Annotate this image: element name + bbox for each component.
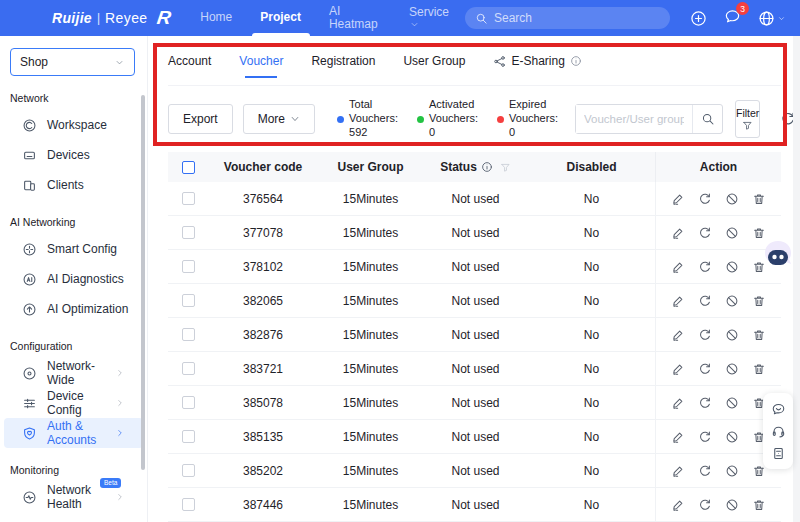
trash-icon[interactable]: [752, 498, 766, 512]
tab-voucher[interactable]: Voucher: [239, 54, 283, 77]
refresh-icon[interactable]: [698, 362, 712, 376]
column-header-voucher-code[interactable]: Voucher code: [208, 152, 318, 182]
edit-icon[interactable]: [671, 362, 685, 376]
add-project-icon[interactable]: [690, 10, 707, 27]
ban-icon[interactable]: [725, 498, 739, 512]
info-icon[interactable]: [481, 161, 493, 173]
voucher-search-input[interactable]: [576, 105, 692, 133]
refresh-icon[interactable]: [698, 430, 712, 444]
ban-icon[interactable]: [725, 328, 739, 342]
row-checkbox[interactable]: [182, 362, 195, 375]
sidebar-item-clients[interactable]: Clients: [4, 170, 143, 200]
sidebar-item-ai-optimization[interactable]: AI Optimization: [4, 294, 143, 324]
tab-user-group[interactable]: User Group: [403, 54, 465, 77]
ban-icon[interactable]: [725, 430, 739, 444]
org-selector[interactable]: Shop: [10, 48, 135, 76]
sidebar-item-label: Clients: [47, 178, 84, 192]
refresh-icon[interactable]: [698, 294, 712, 308]
nav-search[interactable]: [465, 7, 670, 29]
select-all-checkbox[interactable]: [182, 161, 195, 174]
edit-icon[interactable]: [671, 396, 685, 410]
edit-icon[interactable]: [671, 294, 685, 308]
sidebar-item-smart-config[interactable]: Smart Config: [4, 234, 143, 264]
ban-icon[interactable]: [725, 464, 739, 478]
filter-button[interactable]: Filter: [735, 100, 760, 138]
refresh-icon[interactable]: [698, 498, 712, 512]
sidebar-item-device-config[interactable]: Device Config: [4, 388, 143, 418]
sidebar-scrollbar-thumb[interactable]: [141, 95, 145, 470]
ban-icon[interactable]: [725, 260, 739, 274]
row-checkbox[interactable]: [182, 192, 195, 205]
sidebar-item-devices[interactable]: Devices: [4, 140, 143, 170]
row-checkbox[interactable]: [182, 464, 195, 477]
refresh-icon[interactable]: [698, 260, 712, 274]
trash-icon[interactable]: [752, 328, 766, 342]
feedback-smiley-icon[interactable]: [771, 402, 786, 417]
ban-icon[interactable]: [725, 362, 739, 376]
edit-icon[interactable]: [671, 328, 685, 342]
messages-button[interactable]: 3: [724, 8, 741, 28]
sidebar-item-workspace[interactable]: Workspace: [4, 110, 143, 140]
user-group-cell: 15Minutes: [318, 318, 423, 351]
page-scrollbar-track[interactable]: [793, 36, 800, 522]
trash-icon[interactable]: [752, 362, 766, 376]
ban-icon[interactable]: [725, 294, 739, 308]
sidebar-item-auth-accounts[interactable]: Auth & Accounts: [4, 418, 143, 448]
tab-registration[interactable]: Registration: [311, 54, 375, 77]
brand-logo[interactable]: Ruijie | Reyee R: [52, 7, 170, 29]
edit-icon[interactable]: [671, 498, 685, 512]
export-button[interactable]: Export: [168, 104, 233, 134]
row-checkbox[interactable]: [182, 226, 195, 239]
ban-icon[interactable]: [725, 226, 739, 240]
sidebar-item-network-wide[interactable]: Network-Wide: [4, 358, 143, 388]
column-header-user-group[interactable]: User Group: [318, 152, 423, 182]
nav-actions: 3: [690, 8, 786, 28]
info-icon[interactable]: [570, 55, 582, 67]
sidebar-item-network-health[interactable]: Network HealthBeta: [4, 482, 143, 512]
refresh-icon[interactable]: [698, 396, 712, 410]
edit-icon[interactable]: [671, 226, 685, 240]
column-header-disabled[interactable]: Disabled: [528, 152, 655, 182]
refresh-icon[interactable]: [698, 464, 712, 478]
edit-icon[interactable]: [671, 192, 685, 206]
refresh-icon[interactable]: [698, 328, 712, 342]
trash-icon[interactable]: [752, 226, 766, 240]
disabled-cell: No: [528, 284, 655, 317]
row-checkbox[interactable]: [182, 498, 195, 511]
nav-item-ai-heatmap[interactable]: AI Heatmap: [315, 0, 395, 36]
more-button[interactable]: More: [243, 104, 315, 134]
nav-search-input[interactable]: [494, 11, 660, 25]
support-headset-icon[interactable]: [771, 424, 786, 439]
status-cell: Not used: [423, 488, 528, 521]
status-filter-funnel-icon[interactable]: [500, 162, 511, 173]
sidebar-item-ai-diagnostics[interactable]: AI Diagnostics: [4, 264, 143, 294]
org-selector-value: Shop: [20, 55, 48, 69]
tab-account[interactable]: Account: [168, 54, 211, 77]
edit-icon[interactable]: [671, 464, 685, 478]
edit-icon[interactable]: [671, 260, 685, 274]
edit-icon[interactable]: [671, 430, 685, 444]
refresh-icon[interactable]: [698, 226, 712, 240]
row-checkbox[interactable]: [182, 260, 195, 273]
refresh-icon[interactable]: [698, 192, 712, 206]
user-group-cell: 15Minutes: [318, 182, 423, 215]
trash-icon[interactable]: [752, 294, 766, 308]
row-checkbox[interactable]: [182, 328, 195, 341]
assistant-mascot[interactable]: [763, 240, 793, 272]
network-wide-icon: [22, 366, 37, 381]
row-checkbox[interactable]: [182, 294, 195, 307]
column-header-status[interactable]: Status: [423, 152, 528, 182]
ban-icon[interactable]: [725, 396, 739, 410]
search-submit-button[interactable]: [692, 105, 722, 133]
nav-item-project[interactable]: Project: [246, 0, 315, 36]
guide-document-icon[interactable]: [771, 446, 786, 461]
status-cell: Not used: [423, 420, 528, 453]
ban-icon[interactable]: [725, 192, 739, 206]
row-checkbox[interactable]: [182, 430, 195, 443]
row-checkbox[interactable]: [182, 396, 195, 409]
language-button[interactable]: [758, 10, 786, 27]
nav-item-service[interactable]: Service: [395, 0, 463, 36]
trash-icon[interactable]: [752, 192, 766, 206]
tab-e-sharing[interactable]: E-Sharing: [493, 54, 581, 77]
nav-item-home[interactable]: Home: [186, 0, 246, 36]
